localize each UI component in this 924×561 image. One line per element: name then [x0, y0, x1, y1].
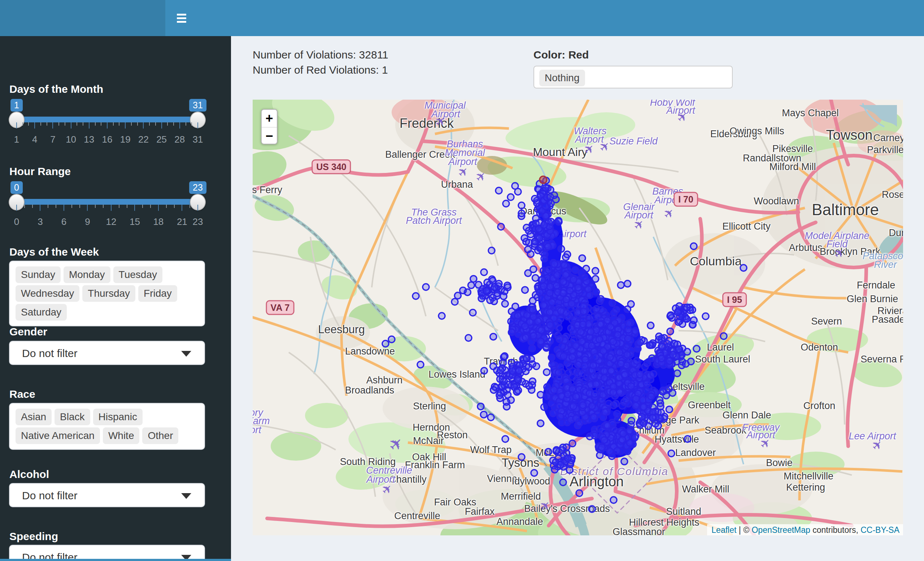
- slider-tick: [161, 122, 162, 129]
- slider-tick: [143, 122, 144, 129]
- slider-tick: [119, 122, 120, 126]
- red-violations-count: Number of Red Violations: 1: [253, 64, 388, 76]
- slider-tick-label: 0: [14, 216, 19, 227]
- race-option-hispanic[interactable]: Hispanic: [93, 409, 142, 425]
- slider-tick: [142, 205, 143, 208]
- slider-tick-label: 12: [106, 216, 116, 227]
- slider-tick-label: 25: [156, 134, 167, 145]
- weekday-option-sunday[interactable]: Sunday: [15, 266, 61, 283]
- race-option-black[interactable]: Black: [54, 409, 90, 425]
- sidebar-toggle-button[interactable]: [172, 0, 190, 36]
- slider-tick: [63, 205, 64, 211]
- slider-tick: [64, 122, 65, 126]
- weekday-option-tuesday[interactable]: Tuesday: [113, 266, 162, 283]
- slider-grid: 03691215182123: [16, 205, 198, 216]
- race-group: AsianBlackHispanicNative AmericanWhiteOt…: [9, 403, 205, 450]
- slider-tick: [174, 205, 175, 208]
- slider-tick: [137, 122, 138, 126]
- slider-tick: [101, 122, 101, 126]
- slider-tick: [191, 122, 192, 126]
- alcohol-label: Alcohol: [9, 468, 49, 480]
- color-option-nothing[interactable]: Nothing: [539, 70, 585, 86]
- slider-tick: [87, 205, 88, 211]
- slider-tick: [158, 205, 159, 211]
- slider-tick: [166, 205, 167, 208]
- map-zoom-control: + −: [261, 109, 278, 144]
- slider-tick: [95, 205, 96, 208]
- zoom-out-button[interactable]: −: [262, 127, 277, 144]
- gender-select[interactable]: Do not filter: [9, 341, 205, 365]
- slider-tick: [95, 122, 96, 126]
- violation-markers-layer: [253, 100, 903, 536]
- slider-tick-label: 6: [62, 216, 66, 227]
- leaflet-link[interactable]: Leaflet: [711, 525, 736, 535]
- slider-tick-label: 13: [84, 134, 94, 145]
- color-label: Color: Red: [534, 49, 589, 61]
- alcohol-select-value: Do not filter: [22, 489, 77, 502]
- slider-tick: [72, 205, 72, 208]
- race-option-asian[interactable]: Asian: [15, 409, 52, 425]
- days-of-month-slider[interactable]: 1 31 1471013161922252831: [16, 83, 198, 141]
- filter-sidebar: Days of the Month 1 31 14710131619222528…: [0, 36, 231, 561]
- hamburger-icon: [177, 17, 186, 19]
- slider-tick: [113, 122, 114, 126]
- slider-tick-label: 15: [130, 216, 140, 227]
- slider-to-tooltip: 23: [189, 181, 207, 194]
- slider-tick: [46, 122, 47, 126]
- alcohol-select[interactable]: Do not filter: [9, 483, 205, 507]
- race-option-other[interactable]: Other: [142, 428, 178, 444]
- slider-tick: [189, 205, 190, 208]
- osm-link[interactable]: OpenStreetMap: [752, 525, 810, 535]
- slider-to-tooltip: 31: [189, 99, 207, 111]
- weekday-option-wednesday[interactable]: Wednesday: [15, 285, 80, 302]
- weekday-option-monday[interactable]: Monday: [63, 266, 111, 283]
- race-option-native-american[interactable]: Native American: [15, 428, 100, 444]
- attribution-text: contributors,: [810, 525, 861, 535]
- attribution-text: | ©: [736, 525, 752, 535]
- slider-tick: [179, 122, 180, 129]
- days-of-week-label: Days of the Week: [9, 246, 99, 258]
- slider-tick: [111, 205, 111, 211]
- slider-tick: [155, 122, 156, 126]
- slider-from-tooltip: 1: [10, 99, 23, 111]
- zoom-in-button[interactable]: +: [262, 110, 277, 127]
- race-label: Race: [9, 388, 35, 400]
- slider-bar[interactable]: [16, 117, 198, 122]
- slider-tick: [34, 122, 35, 129]
- slider-tick: [103, 205, 104, 208]
- slider-tick: [56, 205, 56, 208]
- slider-tick: [134, 205, 135, 211]
- race-option-white[interactable]: White: [103, 428, 140, 444]
- leaflet-map[interactable]: ers FerryFrederickBallenger CreekUrbanaD…: [253, 100, 903, 536]
- slider-tick-label: 1: [14, 134, 19, 145]
- slider-tick: [107, 122, 108, 129]
- slider-tick: [149, 122, 150, 126]
- slider-tick-label: 22: [138, 134, 149, 145]
- color-option-group: Nothing: [534, 66, 733, 88]
- slider-from-tooltip: 0: [10, 181, 23, 194]
- weekday-option-thursday[interactable]: Thursday: [82, 285, 135, 302]
- slider-tick: [125, 122, 126, 129]
- map-attribution: Leaflet | © OpenStreetMap contributors, …: [707, 524, 903, 536]
- slider-tick-label: 28: [174, 134, 185, 145]
- violations-count: Number of Violations: 32811: [253, 49, 388, 61]
- slider-tick-label: 9: [85, 216, 90, 227]
- weekday-option-saturday[interactable]: Saturday: [15, 304, 67, 321]
- days-of-week-group: SundayMondayTuesdayWednesdayThursdayFrid…: [9, 261, 205, 326]
- hour-range-slider[interactable]: 0 23 03691215182123: [16, 165, 198, 223]
- license-link[interactable]: CC-BY-SA: [861, 525, 900, 535]
- app-root: Days of the Month 1 31 14710131619222528…: [0, 0, 924, 561]
- slider-tick: [16, 205, 17, 211]
- slider-tick: [32, 205, 33, 208]
- slider-tick-label: 18: [153, 216, 164, 227]
- slider-tick-label: 31: [193, 134, 203, 145]
- weekday-option-friday[interactable]: Friday: [138, 285, 177, 302]
- slider-tick: [182, 205, 182, 211]
- slider-bar[interactable]: [16, 199, 198, 205]
- slider-tick: [197, 122, 198, 129]
- slider-tick: [48, 205, 48, 208]
- slider-tick: [40, 122, 41, 126]
- hamburger-icon: [177, 21, 186, 23]
- slider-tick: [173, 122, 174, 126]
- slider-tick: [80, 205, 80, 208]
